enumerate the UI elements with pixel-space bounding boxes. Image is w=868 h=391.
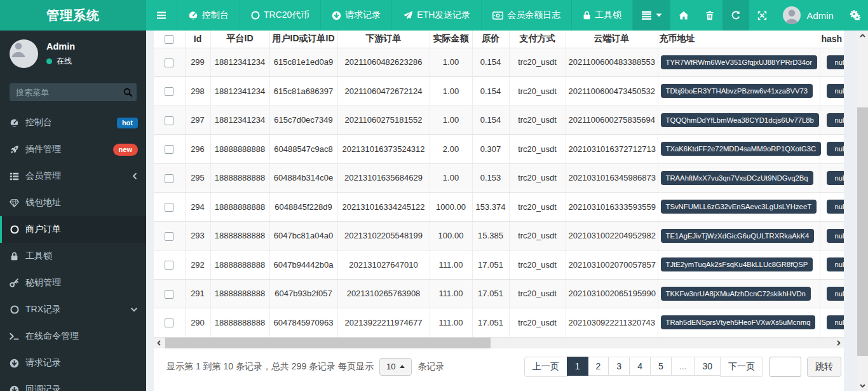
refresh-button[interactable]: [722, 0, 749, 31]
deposit-address-tag[interactable]: TQQQhmDdYfLbmWea38CYD1dcjs6Uv77L8b: [661, 113, 819, 127]
sidebar-item-控制台[interactable]: 控制台hot: [0, 109, 146, 136]
deposit-address-tag[interactable]: TJtE2ymTuqAk2sFsqKu4BkLLUc8GR8fQSP: [661, 257, 813, 271]
user-menu[interactable]: Admin: [775, 0, 841, 31]
sidebar-item-请求记录[interactable]: 请求记录: [0, 350, 146, 376]
page-2[interactable]: 2: [588, 357, 609, 377]
deposit-address-tag[interactable]: TRah5dENSprsVtyeh5HeoFVXwXs5uMcnmq: [661, 315, 816, 329]
row-checkbox[interactable]: [165, 319, 173, 327]
page-size-dropdown[interactable]: 10: [379, 358, 412, 376]
sidebar-item-商户订单[interactable]: 商户订单: [0, 216, 146, 243]
sidebar-item-label: 请求记录: [25, 357, 138, 369]
deposit-address-tag[interactable]: TSvNFUMLL6zG32vEnSAevc3LgUsLYHzeeT: [661, 200, 817, 214]
scroll-down-arrow-icon[interactable]: [857, 380, 868, 391]
page-1[interactable]: 1: [567, 357, 588, 377]
hash-tag[interactable]: null: [827, 229, 844, 243]
scroll-right-arrow-icon[interactable]: [833, 338, 844, 348]
search-icon[interactable]: [123, 88, 132, 97]
row-checkbox[interactable]: [165, 116, 173, 125]
terminal-icon: [10, 333, 19, 340]
settings-button[interactable]: [841, 0, 868, 31]
page-3[interactable]: 3: [609, 357, 630, 377]
search-input[interactable]: [10, 83, 137, 101]
hash-tag[interactable]: null: [827, 142, 844, 156]
nav-item-ETH发送记录[interactable]: ETH发送记录: [391, 0, 481, 31]
deposit-address-tag[interactable]: TYR7WfRWm6WeV351GfqjxUJ88YPRrD34or: [661, 55, 818, 69]
horizontal-scrollbar[interactable]: [154, 338, 844, 348]
hash-tag[interactable]: null: [827, 171, 844, 185]
page-prev[interactable]: 上一页: [524, 357, 567, 377]
row-checkbox[interactable]: [165, 145, 173, 154]
sidebar-item-TRX记录[interactable]: TRX记录: [0, 296, 146, 323]
deposit-address-tag[interactable]: TXaK6KtdFF2e72MDD4saMM9oRP1QXotG3C: [661, 142, 822, 156]
clear-cache-button[interactable]: [697, 0, 722, 31]
page-...[interactable]: ...: [672, 357, 695, 377]
nav-item-TRC20代币[interactable]: TRC20代币: [240, 0, 320, 31]
hash-tag[interactable]: null: [827, 200, 844, 214]
sidebar-item-秘钥管理[interactable]: 秘钥管理: [0, 270, 146, 296]
fullscreen-button[interactable]: [749, 0, 775, 31]
row-checkbox[interactable]: [165, 261, 173, 270]
jump-button[interactable]: 跳转: [807, 357, 841, 377]
page-5[interactable]: 5: [651, 357, 672, 377]
hash-tag[interactable]: null: [827, 287, 844, 301]
sidebar-item-钱包地址[interactable]: 钱包地址: [0, 189, 146, 216]
row-checkbox[interactable]: [165, 87, 173, 96]
paper-plane-icon: [403, 11, 413, 20]
page-next[interactable]: 下一页: [721, 357, 763, 377]
pagination-controls: 上一页12345...30下一页 跳转: [524, 357, 841, 377]
nav-item-请求记录[interactable]: 请求记录: [320, 0, 391, 31]
jump-page-input[interactable]: [770, 357, 801, 377]
deposit-address-tag[interactable]: TRAAhftMxX7vu3qn7VxsDCzUt9NDGvq2Bq: [661, 171, 813, 185]
vertical-scroll-thumb[interactable]: [857, 107, 868, 356]
vertical-scrollbar[interactable]: [857, 31, 868, 391]
sidebar-item-label: 商户订单: [25, 224, 138, 235]
home-button[interactable]: [670, 0, 697, 31]
horizontal-scroll-track[interactable]: [165, 338, 833, 348]
sidebar-item-会员管理[interactable]: 会员管理: [0, 163, 146, 189]
column-header: 云端订单: [566, 31, 658, 48]
cell: 0.307: [472, 135, 509, 164]
lock-icon: [10, 252, 19, 261]
hash-tag[interactable]: null: [827, 257, 844, 271]
page-30[interactable]: 30: [695, 357, 721, 377]
deposit-address-tag[interactable]: TE1AgEJivTjWzXdGicG6uQULTRXRkaAkK4: [661, 229, 815, 243]
nav-item-会员余额日志[interactable]: 会员余额日志: [481, 0, 571, 31]
sidebar-toggle-button[interactable]: [146, 0, 177, 31]
nav-item-控制台[interactable]: 控制台: [177, 0, 240, 31]
sidebar-item-插件管理[interactable]: 插件管理new: [0, 136, 146, 163]
deposit-address-tag[interactable]: TKKFw3nrUA8jXMuAfzhDcnC72skikhHVDn: [661, 287, 811, 301]
cell: 0.154: [472, 77, 509, 106]
deposit-address-tag[interactable]: TDbj9boER3YTHAbvzPBznw6v41xza8VV73: [661, 84, 813, 98]
cell: 615c81e1ed0a9: [269, 48, 337, 77]
sidebar-item-工具锁[interactable]: 工具锁: [0, 243, 146, 270]
sidebar-item-回调记录[interactable]: 回调记录: [0, 376, 146, 391]
row-checkbox[interactable]: [165, 58, 173, 67]
select-all-checkbox[interactable]: [165, 35, 173, 44]
hash-tag[interactable]: null: [827, 55, 844, 69]
online-dot-icon: [46, 58, 52, 64]
hash-tag[interactable]: null: [827, 84, 844, 98]
row-checkbox[interactable]: [165, 203, 173, 212]
deposit-address-cell: TRAAhftMxX7vu3qn7VxsDCzUt9NDGvq2Bq: [658, 163, 820, 193]
table-row: 29818812341234615c81a6863972021106047267…: [154, 77, 844, 106]
nav-item-工具锁[interactable]: 工具锁: [571, 0, 633, 31]
row-checkbox[interactable]: [165, 232, 173, 241]
hash-tag[interactable]: null: [827, 113, 844, 127]
hash-tag[interactable]: null: [827, 315, 844, 329]
caret-up-icon: [400, 365, 405, 368]
sidebar-item-在线命令管理[interactable]: 在线命令管理: [0, 323, 146, 350]
brand-logo[interactable]: 管理系统: [0, 0, 146, 31]
cell: trc20_usdt: [509, 135, 566, 164]
horizontal-scroll-thumb[interactable]: [165, 338, 491, 348]
cell: 2021031002204952982: [566, 221, 658, 250]
page-4[interactable]: 4: [630, 357, 651, 377]
row-checkbox[interactable]: [165, 174, 173, 183]
cell: 202131016334245122: [337, 193, 430, 222]
tasks-dropdown-button[interactable]: [633, 0, 670, 31]
hash-cell: null: [820, 77, 844, 106]
scroll-up-arrow-icon[interactable]: [857, 31, 868, 41]
cell: 1000.00: [430, 193, 472, 222]
row-checkbox[interactable]: [165, 290, 173, 299]
cell: trc20_usdt: [509, 163, 566, 193]
scroll-left-arrow-icon[interactable]: [154, 338, 165, 348]
